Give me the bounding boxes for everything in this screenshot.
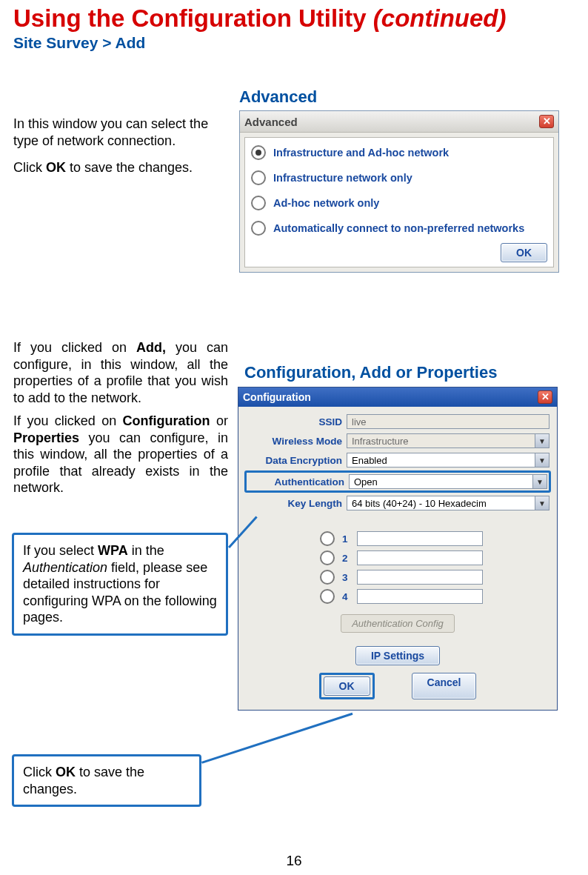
page-number: 16: [0, 853, 588, 869]
radio-label: Infrastructure and Ad-hoc network: [273, 147, 449, 159]
configuration-dialog: Configuration ✕ SSID Wireless Mode Infra…: [238, 387, 558, 711]
radio-icon[interactable]: [251, 196, 266, 210]
key-number: 2: [342, 553, 350, 564]
radio-label: Automatically connect to non-preferred n…: [273, 222, 524, 234]
text: If you select: [23, 543, 98, 558]
close-icon[interactable]: ✕: [539, 115, 554, 128]
authentication-highlight: Authentication Open ▼: [244, 470, 551, 493]
radio-icon[interactable]: [251, 145, 266, 160]
key-row[interactable]: 1: [320, 531, 549, 546]
radio-label: Ad-hoc network only: [273, 197, 379, 209]
radio-icon[interactable]: [251, 221, 266, 236]
select-value: 64 bits (40+24) - 10 Hexadecim: [352, 498, 487, 509]
chevron-down-icon: ▼: [532, 475, 547, 488]
authentication-select[interactable]: Open ▼: [349, 474, 547, 489]
key-inputs: 1 2 3 4: [320, 531, 549, 604]
ssid-input[interactable]: [347, 414, 549, 429]
chevron-down-icon: ▼: [535, 496, 549, 510]
advanced-dialog-title: Advanced: [244, 116, 298, 128]
add-description: If you clicked on Add, you can configure…: [13, 339, 228, 406]
key-input[interactable]: [357, 570, 483, 585]
wireless-mode-label: Wireless Mode: [246, 436, 342, 447]
wireless-mode-select[interactable]: Infrastructure ▼: [347, 433, 549, 448]
select-value: Enabled: [352, 455, 387, 466]
cancel-button[interactable]: Cancel: [412, 673, 477, 699]
text-bold: Add,: [136, 340, 166, 355]
text: to save the changes.: [66, 160, 193, 175]
chevron-down-icon: ▼: [535, 453, 549, 467]
text: If you clicked on: [13, 413, 123, 428]
page-title-continued: (continued): [373, 4, 507, 32]
text: Click: [23, 765, 56, 779]
radio-icon[interactable]: [320, 531, 335, 546]
radio-icon[interactable]: [251, 170, 266, 185]
key-row[interactable]: 2: [320, 550, 549, 565]
page-title-row: Using the Configuration Utility (continu…: [13, 0, 575, 33]
key-number: 3: [342, 572, 350, 583]
radio-icon[interactable]: [320, 570, 335, 585]
text: in the: [128, 543, 164, 558]
radio-label: Infrastructure network only: [273, 172, 412, 184]
ssid-label: SSID: [246, 416, 342, 427]
key-number: 1: [342, 533, 350, 545]
key-input[interactable]: [357, 531, 483, 546]
select-value: Open: [354, 476, 378, 488]
configuration-heading: Configuration, Add or Properties: [244, 363, 497, 382]
page-title: Using the Configuration Utility: [13, 4, 373, 32]
radio-icon[interactable]: [320, 589, 335, 604]
authentication-label: Authentication: [248, 476, 344, 488]
close-icon[interactable]: ✕: [538, 390, 552, 404]
config-properties-description: If you clicked on Configuration or Prope…: [13, 413, 228, 496]
text: Click: [13, 160, 46, 175]
ok-button[interactable]: OK: [324, 676, 370, 696]
key-length-select[interactable]: 64 bits (40+24) - 10 Hexadecim ▼: [347, 496, 549, 510]
text-italic: Authentication: [23, 560, 107, 575]
configuration-dialog-title: Configuration: [243, 391, 311, 403]
ip-settings-button[interactable]: IP Settings: [355, 646, 440, 665]
key-input[interactable]: [357, 589, 483, 604]
text-bold: Properties: [13, 430, 79, 445]
select-value: Infrastructure: [352, 436, 409, 447]
text: If you clicked on: [13, 340, 136, 355]
text-bold: WPA: [98, 543, 128, 558]
configuration-titlebar: Configuration ✕: [238, 387, 557, 407]
key-input[interactable]: [357, 550, 483, 565]
radio-option[interactable]: Automatically connect to non-preferred n…: [251, 221, 547, 236]
radio-option[interactable]: Ad-hoc network only: [251, 196, 547, 210]
radio-option[interactable]: Infrastructure and Ad-hoc network: [251, 145, 547, 160]
ok-highlight: OK: [319, 673, 375, 699]
authentication-config-button: Authentication Config: [341, 614, 455, 633]
key-row[interactable]: 4: [320, 589, 549, 604]
key-number: 4: [342, 591, 350, 602]
wpa-callout: If you select WPA in the Authentication …: [12, 533, 228, 636]
advanced-dialog: Advanced ✕ Infrastructure and Ad-hoc net…: [239, 110, 559, 273]
advanced-ok-instruction: Click OK to save the changes.: [13, 159, 228, 176]
advanced-heading: Advanced: [239, 87, 317, 107]
breadcrumb: Site Survey > Add: [13, 34, 575, 52]
advanced-description: In this window you can select the type o…: [13, 116, 228, 149]
text-bold: Configuration: [123, 413, 210, 428]
text-bold: OK: [56, 765, 76, 779]
text: In this window you can select the type o…: [13, 116, 208, 148]
text-bold: OK: [46, 160, 66, 175]
ok-button[interactable]: OK: [501, 243, 547, 262]
key-row[interactable]: 3: [320, 570, 549, 585]
advanced-titlebar: Advanced ✕: [240, 111, 558, 133]
data-encryption-select[interactable]: Enabled ▼: [347, 453, 549, 468]
chevron-down-icon: ▼: [535, 434, 549, 448]
data-encryption-label: Data Encryption: [246, 455, 342, 466]
ok-callout: Click OK to save the changes.: [12, 754, 201, 807]
radio-icon[interactable]: [320, 550, 335, 565]
connector-line: [201, 713, 353, 764]
radio-option[interactable]: Infrastructure network only: [251, 170, 547, 185]
text: or: [210, 413, 228, 428]
key-length-label: Key Length: [246, 498, 342, 509]
